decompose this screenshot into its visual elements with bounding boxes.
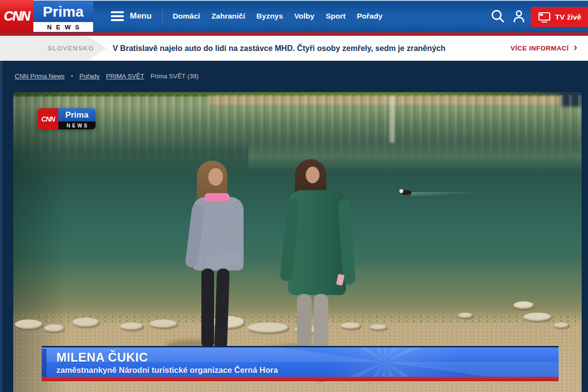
tv-live-label: TV živě [555, 13, 581, 22]
lower-third-text: MILENA ČUKIC zaměstnankyně Národní turis… [56, 350, 278, 375]
hamburger-icon [111, 11, 124, 21]
speaker-role: zaměstnankyně Národní turistické organiz… [56, 366, 278, 375]
watermark-news-text: NEWS [67, 123, 89, 128]
breaking-tag-arrow: SLOVENSKO [0, 36, 107, 61]
person-right-face [306, 167, 319, 183]
breadcrumb-porady-link[interactable]: Pořady [79, 73, 99, 80]
watermark-prima-block: Prima [58, 108, 96, 122]
search-icon [490, 9, 505, 24]
lower-third-banner: MILENA ČUKIC zaměstnankyně Národní turis… [42, 346, 559, 381]
news-logo-text: NEWS [47, 24, 84, 31]
header-red-divider [0, 32, 588, 36]
person-left-collar [204, 193, 230, 201]
breadcrumb-prima-svet-link[interactable]: PRIMA SVĚT [106, 73, 144, 80]
tv-icon [538, 11, 551, 24]
duck-wake [411, 195, 453, 196]
speaker-name: MILENA ČUKIC [56, 350, 278, 365]
page-left-edge [0, 61, 2, 392]
watermark-news-block: NEWS [58, 122, 96, 129]
breadcrumb-separator: • [71, 73, 73, 80]
stone [341, 322, 361, 329]
more-info-label: VÍCE INFORMACÍ [511, 45, 569, 52]
nav-item-domaci[interactable]: Domácí [172, 12, 200, 21]
video-player[interactable]: CNN Prima NEWS MILENA ČUKIC zaměstnankyn… [13, 92, 582, 392]
stone [514, 301, 534, 309]
user-icon [512, 9, 526, 24]
nav-divider [162, 9, 163, 24]
top-navigation: Menu Domácí Zahraničí Byznys Volby Sport… [111, 0, 383, 32]
breaking-headline[interactable]: V Bratislavě najelo auto do lidí na zast… [113, 36, 445, 61]
news-logo-block: NEWS [33, 22, 93, 32]
breaking-tag-label: SLOVENSKO [48, 45, 94, 52]
breadcrumb: CNN Prima News • Pořady PRIMA SVĚT Prima… [15, 73, 198, 80]
nav-item-zahranici[interactable]: Zahraničí [211, 12, 245, 21]
stone [370, 324, 388, 330]
prima-logo-block: Prima [33, 1, 93, 22]
menu-label: Menu [130, 11, 151, 21]
breaking-news-bar: SLOVENSKO V Bratislavě najelo auto do li… [0, 36, 588, 61]
search-button[interactable] [490, 9, 505, 25]
stone [523, 313, 552, 321]
nav-item-volby[interactable]: Volby [294, 12, 315, 21]
stone [120, 322, 144, 330]
watermark-cnn-text: CNN [41, 115, 54, 123]
site-header: CNN Prima NEWS Menu Domácí Zahraničí Byz… [0, 0, 588, 32]
more-info-link[interactable]: VÍCE INFORMACÍ › [511, 36, 577, 61]
stone [554, 322, 569, 328]
watermark-prima-text: Prima [65, 110, 88, 120]
tv-live-button[interactable]: TV živě [531, 7, 588, 27]
stone [44, 324, 65, 332]
cnn-logo-text: CNN [4, 9, 30, 24]
nav-item-sport[interactable]: Sport [326, 12, 345, 21]
stone [458, 313, 473, 318]
site-logo[interactable]: CNN Prima NEWS [0, 0, 93, 32]
cnn-logo-block: CNN [0, 0, 33, 32]
watermark-cnn-block: CNN [38, 108, 58, 129]
menu-button[interactable]: Menu [111, 11, 151, 21]
light-reflection-column [390, 96, 394, 143]
stone [15, 319, 43, 329]
duck-wake [411, 193, 477, 194]
person-left-leg [201, 269, 214, 348]
stone [247, 322, 289, 333]
nav-items: Domácí Zahraničí Byznys Volby Sport Pořa… [172, 12, 382, 21]
stone [149, 319, 178, 328]
breadcrumb-current-page: Prima SVĚT (39) [150, 73, 198, 80]
stone [73, 318, 99, 327]
user-account-button[interactable] [512, 9, 526, 25]
chevron-right-icon: › [574, 42, 577, 53]
lower-third-left-edge [42, 349, 47, 377]
person-left-face [208, 168, 223, 186]
duck-head [399, 189, 403, 193]
breadcrumb-home-link[interactable]: CNN Prima News [15, 73, 65, 80]
channel-watermark: CNN Prima NEWS [38, 108, 96, 129]
nav-item-porady[interactable]: Pořady [357, 12, 383, 21]
lower-third-red-strip [42, 377, 559, 381]
nav-item-byznys[interactable]: Byznys [256, 12, 283, 21]
prima-logo-text: Prima [43, 3, 83, 20]
lower-third-body: MILENA ČUKIC zaměstnankyně Národní turis… [42, 347, 559, 377]
